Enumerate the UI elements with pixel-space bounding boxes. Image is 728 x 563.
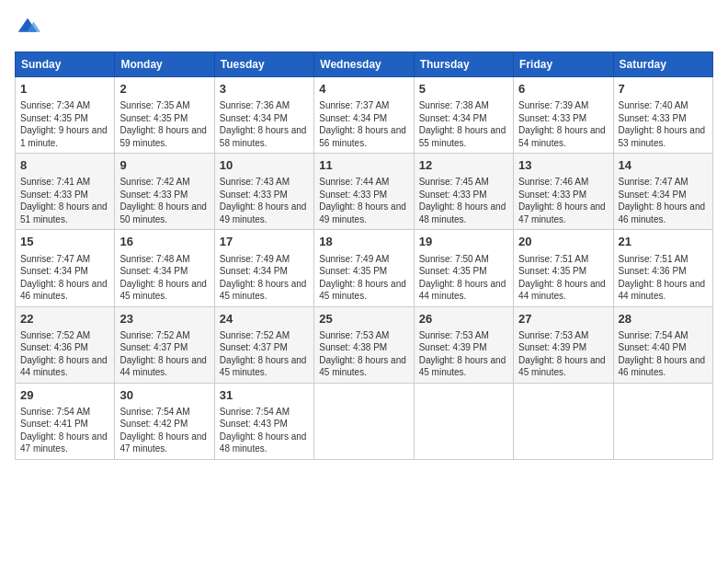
day-number: 15 — [20, 234, 109, 250]
calendar-cell: 19Sunrise: 7:50 AMSunset: 4:35 PMDayligh… — [414, 230, 513, 306]
calendar-week-2: 8Sunrise: 7:41 AMSunset: 4:33 PMDaylight… — [16, 154, 713, 230]
calendar-cell: 5Sunrise: 7:38 AMSunset: 4:34 PMDaylight… — [414, 77, 513, 154]
logo — [15, 15, 44, 40]
day-number: 3 — [220, 81, 309, 98]
calendar-cell — [514, 383, 613, 459]
calendar-cell: 4Sunrise: 7:37 AMSunset: 4:34 PMDaylight… — [314, 77, 414, 154]
calendar-cell: 21Sunrise: 7:51 AMSunset: 4:36 PMDayligh… — [613, 230, 712, 306]
calendar-cell: 1Sunrise: 7:34 AMSunset: 4:35 PMDaylight… — [16, 77, 115, 154]
calendar-cell: 15Sunrise: 7:47 AMSunset: 4:34 PMDayligh… — [16, 230, 115, 306]
day-number: 14 — [619, 157, 708, 174]
day-info: Sunrise: 7:49 AMSunset: 4:35 PMDaylight:… — [319, 253, 408, 303]
calendar-cell: 26Sunrise: 7:53 AMSunset: 4:39 PMDayligh… — [414, 306, 513, 383]
calendar-cell — [613, 383, 712, 459]
calendar-cell: 28Sunrise: 7:54 AMSunset: 4:40 PMDayligh… — [613, 306, 712, 383]
calendar-cell: 31Sunrise: 7:54 AMSunset: 4:43 PMDayligh… — [214, 383, 313, 459]
calendar-cell: 14Sunrise: 7:47 AMSunset: 4:34 PMDayligh… — [613, 154, 712, 230]
day-info: Sunrise: 7:48 AMSunset: 4:34 PMDaylight:… — [119, 253, 209, 303]
day-info: Sunrise: 7:52 AMSunset: 4:37 PMDaylight:… — [220, 329, 309, 379]
day-number: 4 — [319, 81, 408, 98]
day-number: 27 — [518, 311, 608, 327]
calendar-cell: 2Sunrise: 7:35 AMSunset: 4:35 PMDaylight… — [115, 77, 214, 154]
page-container: SundayMondayTuesdayWednesdayThursdayFrid… — [15, 15, 713, 460]
calendar-cell: 7Sunrise: 7:40 AMSunset: 4:33 PMDaylight… — [613, 77, 712, 154]
day-info: Sunrise: 7:39 AMSunset: 4:33 PMDaylight:… — [518, 99, 608, 149]
calendar-cell: 24Sunrise: 7:52 AMSunset: 4:37 PMDayligh… — [214, 306, 313, 383]
day-number: 1 — [20, 81, 109, 98]
day-info: Sunrise: 7:53 AMSunset: 4:38 PMDaylight:… — [319, 329, 408, 379]
day-number: 23 — [119, 311, 209, 327]
day-info: Sunrise: 7:53 AMSunset: 4:39 PMDaylight:… — [419, 329, 508, 379]
calendar-week-5: 29Sunrise: 7:54 AMSunset: 4:41 PMDayligh… — [16, 383, 713, 459]
day-info: Sunrise: 7:44 AMSunset: 4:33 PMDaylight:… — [319, 176, 408, 225]
day-info: Sunrise: 7:49 AMSunset: 4:34 PMDaylight:… — [220, 253, 309, 303]
day-number: 19 — [419, 234, 508, 250]
day-info: Sunrise: 7:51 AMSunset: 4:36 PMDaylight:… — [619, 253, 708, 303]
day-info: Sunrise: 7:52 AMSunset: 4:37 PMDaylight:… — [119, 329, 209, 379]
header — [15, 15, 713, 40]
day-number: 24 — [220, 311, 309, 327]
calendar-cell — [414, 383, 513, 459]
calendar-cell: 3Sunrise: 7:36 AMSunset: 4:34 PMDaylight… — [214, 77, 313, 154]
calendar-cell: 30Sunrise: 7:54 AMSunset: 4:42 PMDayligh… — [115, 383, 214, 459]
calendar-cell: 10Sunrise: 7:43 AMSunset: 4:33 PMDayligh… — [214, 154, 313, 230]
header-sunday: Sunday — [16, 52, 115, 77]
day-info: Sunrise: 7:46 AMSunset: 4:33 PMDaylight:… — [518, 176, 608, 225]
calendar-cell: 17Sunrise: 7:49 AMSunset: 4:34 PMDayligh… — [214, 230, 313, 306]
day-info: Sunrise: 7:38 AMSunset: 4:34 PMDaylight:… — [419, 99, 508, 149]
day-number: 18 — [319, 234, 408, 250]
day-number: 13 — [518, 157, 608, 174]
calendar-week-3: 15Sunrise: 7:47 AMSunset: 4:34 PMDayligh… — [16, 230, 713, 306]
day-number: 5 — [419, 81, 508, 98]
header-thursday: Thursday — [414, 52, 513, 77]
calendar-week-1: 1Sunrise: 7:34 AMSunset: 4:35 PMDaylight… — [16, 77, 713, 154]
calendar-cell: 9Sunrise: 7:42 AMSunset: 4:33 PMDaylight… — [115, 154, 214, 230]
day-number: 2 — [119, 81, 209, 98]
header-monday: Monday — [115, 52, 214, 77]
calendar-cell: 12Sunrise: 7:45 AMSunset: 4:33 PMDayligh… — [414, 154, 513, 230]
day-info: Sunrise: 7:54 AMSunset: 4:42 PMDaylight:… — [119, 406, 209, 455]
calendar-cell: 29Sunrise: 7:54 AMSunset: 4:41 PMDayligh… — [16, 383, 115, 459]
day-number: 22 — [20, 311, 109, 327]
calendar-cell: 20Sunrise: 7:51 AMSunset: 4:35 PMDayligh… — [514, 230, 613, 306]
calendar-cell: 22Sunrise: 7:52 AMSunset: 4:36 PMDayligh… — [16, 306, 115, 383]
day-info: Sunrise: 7:43 AMSunset: 4:33 PMDaylight:… — [220, 176, 309, 225]
day-info: Sunrise: 7:50 AMSunset: 4:35 PMDaylight:… — [419, 253, 508, 303]
day-number: 30 — [119, 387, 209, 404]
day-number: 8 — [20, 157, 109, 174]
day-info: Sunrise: 7:40 AMSunset: 4:33 PMDaylight:… — [619, 99, 708, 149]
calendar-cell: 27Sunrise: 7:53 AMSunset: 4:39 PMDayligh… — [514, 306, 613, 383]
day-number: 6 — [518, 81, 608, 98]
day-number: 31 — [220, 387, 309, 404]
calendar-cell — [314, 383, 414, 459]
day-number: 16 — [119, 234, 209, 250]
day-number: 9 — [119, 157, 209, 174]
day-info: Sunrise: 7:47 AMSunset: 4:34 PMDaylight:… — [20, 253, 109, 303]
day-info: Sunrise: 7:52 AMSunset: 4:36 PMDaylight:… — [20, 329, 109, 379]
day-number: 11 — [319, 157, 408, 174]
day-number: 28 — [619, 311, 708, 327]
calendar-cell: 25Sunrise: 7:53 AMSunset: 4:38 PMDayligh… — [314, 306, 414, 383]
day-info: Sunrise: 7:35 AMSunset: 4:35 PMDaylight:… — [119, 99, 209, 149]
calendar-cell: 6Sunrise: 7:39 AMSunset: 4:33 PMDaylight… — [514, 77, 613, 154]
day-number: 10 — [220, 157, 309, 174]
day-info: Sunrise: 7:51 AMSunset: 4:35 PMDaylight:… — [518, 253, 608, 303]
calendar-cell: 18Sunrise: 7:49 AMSunset: 4:35 PMDayligh… — [314, 230, 414, 306]
day-info: Sunrise: 7:53 AMSunset: 4:39 PMDaylight:… — [518, 329, 608, 379]
day-info: Sunrise: 7:36 AMSunset: 4:34 PMDaylight:… — [220, 99, 309, 149]
day-number: 17 — [220, 234, 309, 250]
calendar-cell: 8Sunrise: 7:41 AMSunset: 4:33 PMDaylight… — [16, 154, 115, 230]
day-number: 20 — [518, 234, 608, 250]
day-number: 26 — [419, 311, 508, 327]
day-info: Sunrise: 7:34 AMSunset: 4:35 PMDaylight:… — [20, 99, 109, 149]
day-info: Sunrise: 7:54 AMSunset: 4:41 PMDaylight:… — [20, 406, 109, 455]
header-friday: Friday — [514, 52, 613, 77]
day-info: Sunrise: 7:37 AMSunset: 4:34 PMDaylight:… — [319, 99, 408, 149]
day-number: 12 — [419, 157, 508, 174]
day-number: 29 — [20, 387, 109, 404]
calendar-week-4: 22Sunrise: 7:52 AMSunset: 4:36 PMDayligh… — [16, 306, 713, 383]
day-number: 21 — [619, 234, 708, 250]
day-info: Sunrise: 7:45 AMSunset: 4:33 PMDaylight:… — [419, 176, 508, 225]
calendar-header-row: SundayMondayTuesdayWednesdayThursdayFrid… — [16, 52, 713, 77]
day-info: Sunrise: 7:42 AMSunset: 4:33 PMDaylight:… — [119, 176, 209, 225]
